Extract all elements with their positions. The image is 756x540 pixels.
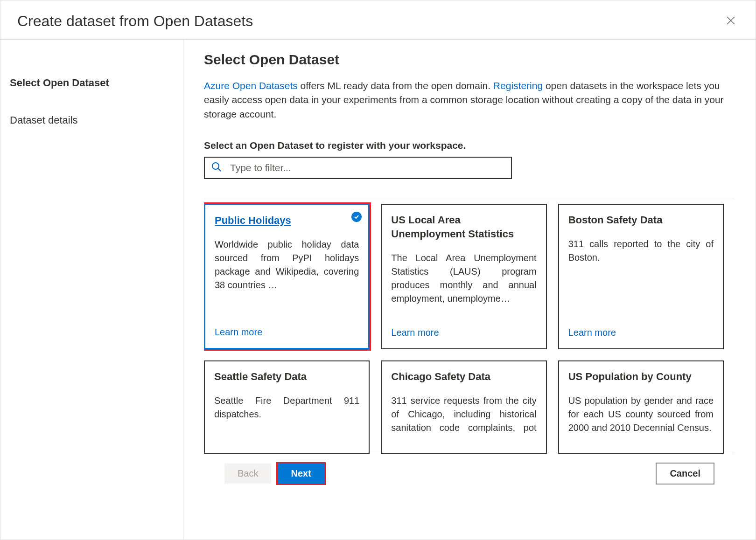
card-title: US Local Area Unemployment Statistics: [391, 213, 536, 241]
card-description: The Local Area Unemployment Statistics (…: [391, 251, 536, 322]
card-description: Seattle Fire Department 911 dispatches.: [214, 394, 359, 437]
sidebar-item-dataset-details[interactable]: Dataset details: [10, 110, 174, 147]
sidebar-item-select-open-dataset[interactable]: Select Open Dataset: [10, 72, 174, 110]
card-title: Boston Safety Data: [568, 213, 714, 227]
svg-line-3: [218, 169, 221, 172]
close-icon: [727, 16, 735, 25]
dialog-body: Select Open Dataset Dataset details Sele…: [0, 40, 756, 540]
selected-check-icon: [351, 212, 362, 222]
back-button[interactable]: Back: [224, 464, 271, 484]
main-panel: Select Open Dataset Azure Open Datasets …: [183, 40, 756, 540]
learn-more-link[interactable]: Learn more: [391, 327, 536, 338]
close-button[interactable]: [723, 14, 739, 29]
sidebar: Select Open Dataset Dataset details: [0, 40, 183, 540]
dialog-title: Create dataset from Open Datasets: [17, 13, 253, 30]
dialog-footer: Back Next Cancel: [204, 454, 735, 493]
grid-wrap: Public Holidays Worldwide public holiday…: [204, 198, 735, 454]
card-title: US Population by County: [568, 370, 714, 384]
svg-point-2: [212, 163, 219, 169]
dataset-card-us-population-county[interactable]: US Population by County US population by…: [558, 360, 724, 454]
main-title: Select Open Dataset: [204, 52, 735, 68]
dataset-grid: Public Holidays Worldwide public holiday…: [204, 204, 724, 454]
dataset-card-chicago-safety[interactable]: Chicago Safety Data 311 service requests…: [381, 360, 546, 454]
card-title: Public Holidays: [215, 214, 359, 228]
next-button[interactable]: Next: [278, 464, 324, 484]
intro-text: Azure Open Datasets offers ML ready data…: [204, 79, 731, 121]
dataset-card-seattle-safety[interactable]: Seattle Safety Data Seattle Fire Departm…: [204, 360, 370, 454]
dataset-card-public-holidays[interactable]: Public Holidays Worldwide public holiday…: [204, 204, 370, 349]
card-title: Chicago Safety Data: [391, 370, 536, 384]
dataset-card-us-local-area-unemployment[interactable]: US Local Area Unemployment Statistics Th…: [381, 204, 546, 349]
select-dataset-label: Select an Open Dataset to register with …: [204, 140, 735, 151]
card-description: 311 service requests from the city of Ch…: [391, 394, 536, 437]
cancel-button[interactable]: Cancel: [656, 463, 714, 485]
card-title: Seattle Safety Data: [214, 370, 359, 384]
azure-open-datasets-link[interactable]: Azure Open Datasets: [204, 80, 298, 91]
card-description: Worldwide public holiday data sourced fr…: [215, 238, 359, 321]
card-description: 311 calls reported to the city of Boston…: [568, 237, 714, 322]
registering-link[interactable]: Registering: [493, 80, 543, 91]
learn-more-link[interactable]: Learn more: [568, 327, 714, 338]
search-icon: [211, 162, 222, 174]
filter-input[interactable]: [204, 157, 512, 179]
filter-wrapper: [204, 157, 512, 179]
learn-more-link[interactable]: Learn more: [215, 327, 359, 338]
dialog: Create dataset from Open Datasets Select…: [0, 0, 756, 540]
card-description: US population by gender and race for eac…: [568, 394, 714, 437]
dataset-card-boston-safety[interactable]: Boston Safety Data 311 calls reported to…: [558, 204, 724, 349]
intro-mid: offers ML ready data from the open domai…: [298, 80, 493, 91]
dialog-header: Create dataset from Open Datasets: [0, 0, 756, 40]
